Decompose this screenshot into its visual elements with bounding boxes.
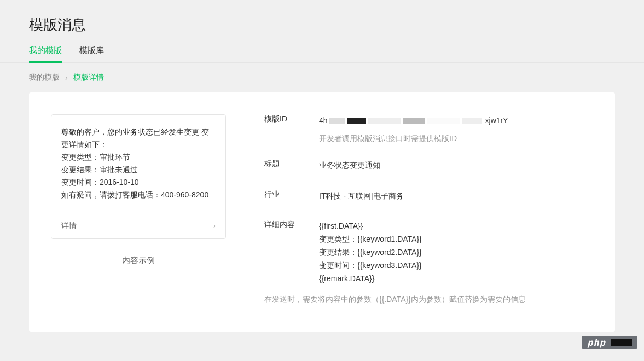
- content-line: {{remark.DATA}}: [319, 272, 422, 286]
- preview-column: 尊敬的客户，您的业务状态已经发生变更 变更详情如下： 变更类型：审批环节 变更结…: [51, 114, 248, 305]
- preview-box: 尊敬的客户，您的业务状态已经发生变更 变更详情如下： 变更类型：审批环节 变更结…: [51, 114, 226, 239]
- id-prefix: 4h: [319, 114, 328, 127]
- example-label: 内容示例: [51, 255, 226, 266]
- redacted-segment: [329, 117, 484, 125]
- breadcrumb-current: 模版详情: [73, 73, 104, 83]
- watermark-block: [611, 339, 632, 346]
- breadcrumb: 我的模版 › 模版详情: [0, 63, 644, 92]
- page-title: 模版消息: [0, 0, 644, 45]
- title-value: 业务状态变更通知: [319, 159, 380, 172]
- content-line: 变更时间：{{keyword3.DATA}}: [319, 259, 422, 272]
- tab-template-library[interactable]: 模版库: [79, 45, 104, 62]
- field-title: 标题 业务状态变更通知: [264, 159, 593, 172]
- watermark-badge: php: [582, 336, 637, 349]
- field-content: 详细内容 {{first.DATA}} 变更类型：{{keyword1.DATA…: [264, 220, 593, 285]
- industry-label: 行业: [264, 190, 319, 200]
- breadcrumb-prev[interactable]: 我的模版: [29, 73, 60, 83]
- preview-line: 变更时间：2016-10-10: [61, 176, 216, 189]
- industry-value: IT科技 - 互联网|电子商务: [319, 190, 404, 203]
- id-suffix: xjw1rY: [485, 114, 508, 127]
- content-value: {{first.DATA}} 变更类型：{{keyword1.DATA}} 变更…: [319, 220, 422, 285]
- preview-line: 尊敬的客户，您的业务状态已经发生变更 变更详情如下：: [61, 126, 216, 151]
- content-card: 尊敬的客户，您的业务状态已经发生变更 变更详情如下： 变更类型：审批环节 变更结…: [29, 92, 615, 332]
- tabs: 我的模版 模版库: [0, 45, 644, 63]
- title-label: 标题: [264, 159, 319, 169]
- chevron-right-icon: ›: [213, 222, 216, 230]
- preview-detail-button[interactable]: 详情 ›: [51, 213, 225, 238]
- detail-label: 详情: [61, 221, 77, 231]
- details-column: 模版ID 4h xjw1rY 开发者调用模版消息接口时需提供模版ID 标题 业务…: [248, 114, 593, 305]
- template-id-value: 4h xjw1rY: [319, 114, 508, 127]
- content-line: {{first.DATA}}: [319, 220, 422, 233]
- preview-line: 变更结果：审批未通过: [61, 164, 216, 176]
- watermark-text: php: [587, 337, 606, 348]
- field-industry: 行业 IT科技 - 互联网|电子商务: [264, 190, 593, 203]
- template-id-hint: 开发者调用模版消息接口时需提供模版ID: [319, 134, 593, 144]
- tab-my-templates[interactable]: 我的模版: [29, 45, 62, 62]
- content-line: 变更结果：{{keyword2.DATA}}: [319, 246, 422, 259]
- field-template-id: 模版ID 4h xjw1rY: [264, 114, 593, 127]
- preview-line: 变更类型：审批环节: [61, 151, 216, 164]
- chevron-right-icon: ›: [65, 73, 68, 82]
- preview-line: 如有疑问，请拨打客服电话：400-960-8200: [61, 189, 216, 201]
- template-id-label: 模版ID: [264, 114, 319, 124]
- content-label: 详细内容: [264, 220, 319, 230]
- preview-body: 尊敬的客户，您的业务状态已经发生变更 变更详情如下： 变更类型：审批环节 变更结…: [51, 115, 225, 213]
- content-line: 变更类型：{{keyword1.DATA}}: [319, 233, 422, 246]
- send-note: 在发送时，需要将内容中的参数（{{.DATA}}内为参数）赋值替换为需要的信息: [264, 295, 593, 305]
